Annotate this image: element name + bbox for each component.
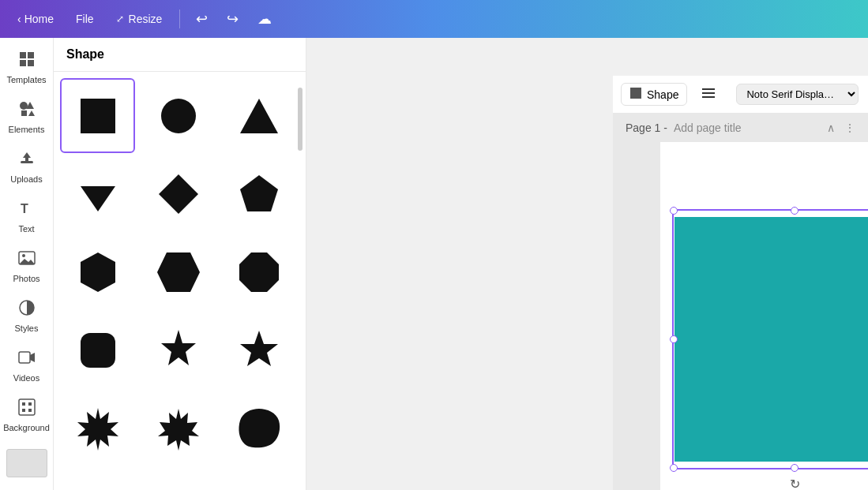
panel-title: Shape <box>66 47 104 61</box>
svg-rect-39 <box>702 92 715 94</box>
shape-star6[interactable] <box>141 312 216 387</box>
redo-icon: ↪ <box>227 11 239 27</box>
photos-label: Photos <box>13 274 39 283</box>
rotate-handle[interactable]: ↻ <box>787 476 802 490</box>
background-icon <box>18 398 36 420</box>
nav-divider <box>179 9 180 28</box>
svg-marker-31 <box>239 252 279 292</box>
templates-label: Templates <box>6 75 46 84</box>
shape-square[interactable] <box>60 78 135 153</box>
handle-bottom-left[interactable] <box>670 464 678 472</box>
svg-marker-7 <box>28 110 35 116</box>
text-icon: T <box>18 200 36 221</box>
handle-bottom-center[interactable] <box>791 464 798 472</box>
elements-icon <box>18 100 36 122</box>
toolbar: Shape Noto Serif Displa… − 1 <box>613 76 868 114</box>
svg-marker-35 <box>77 408 118 451</box>
chevron-left-icon: ‹ <box>17 13 21 25</box>
svg-rect-32 <box>81 333 115 368</box>
handle-top-left[interactable] <box>670 207 678 215</box>
sidebar-item-elements[interactable]: Elements <box>3 94 51 140</box>
svg-marker-28 <box>240 175 278 211</box>
redo-button[interactable]: ↪ <box>220 7 245 31</box>
templates-icon <box>18 50 36 72</box>
svg-rect-10 <box>25 157 28 162</box>
topbar: ‹ Home File ⤢ Resize ↩ ↪ ☁ <box>0 0 868 38</box>
canvas-page: ↻ <box>660 142 868 490</box>
svg-marker-30 <box>157 252 200 292</box>
shape-circle[interactable] <box>141 78 216 153</box>
canvas-area: Page 1 - Add page title ∧ ⋮ <box>613 114 868 490</box>
sidebar: Templates Elements Uploads <box>0 38 54 490</box>
svg-marker-33 <box>161 330 196 365</box>
svg-point-24 <box>161 99 196 133</box>
scrollbar[interactable] <box>298 72 302 490</box>
resize-icon: ⤢ <box>116 13 124 24</box>
home-button[interactable]: ‹ Home <box>9 9 62 28</box>
canvas-container: Shape Noto Serif Displa… − 1 <box>306 38 868 490</box>
uploads-icon <box>18 150 36 171</box>
handle-top-center[interactable] <box>791 207 798 215</box>
uploads-label: Uploads <box>10 174 42 184</box>
shape-type-icon <box>629 87 642 102</box>
svg-rect-0 <box>20 52 26 58</box>
shape-type-button[interactable]: Shape <box>621 83 687 106</box>
svg-text:T: T <box>21 202 28 215</box>
home-label: Home <box>24 13 54 25</box>
svg-rect-16 <box>19 352 30 363</box>
shape-hexagon2[interactable] <box>141 234 216 309</box>
svg-marker-17 <box>30 353 35 362</box>
svg-rect-20 <box>28 402 32 406</box>
videos-label: Videos <box>13 373 39 383</box>
shape-rounded-square[interactable] <box>60 312 135 387</box>
svg-rect-40 <box>702 96 715 98</box>
page-title-link[interactable]: Add page title <box>674 122 742 134</box>
undo-button[interactable]: ↩ <box>190 7 214 31</box>
background-label: Background <box>3 423 50 432</box>
shape-diamond[interactable] <box>141 156 216 231</box>
cloud-icon: ☁ <box>257 11 272 27</box>
lines-button[interactable] <box>697 83 720 107</box>
shape-octagon[interactable] <box>222 234 297 309</box>
page-collapse-button[interactable]: ∧ <box>827 122 835 134</box>
svg-rect-38 <box>702 88 715 90</box>
shape-star8[interactable] <box>141 391 216 466</box>
sidebar-item-videos[interactable]: Videos <box>3 342 51 389</box>
page-expand-button[interactable]: ⋮ <box>844 122 855 134</box>
svg-rect-21 <box>22 409 25 412</box>
sidebar-item-uploads[interactable]: Uploads <box>3 144 51 190</box>
shape-pentagon[interactable] <box>222 156 297 231</box>
sidebar-item-styles[interactable]: Styles <box>3 293 51 339</box>
sidebar-item-background[interactable]: Background <box>3 392 51 439</box>
svg-rect-1 <box>28 52 34 58</box>
sidebar-item-templates[interactable]: Templates <box>3 44 51 91</box>
svg-rect-19 <box>22 402 25 406</box>
svg-marker-27 <box>159 174 198 214</box>
shape-triangle[interactable] <box>222 78 297 153</box>
page-number: Page 1 - <box>626 122 667 134</box>
cloud-save-button[interactable]: ☁ <box>251 7 278 31</box>
resize-label: Resize <box>129 13 163 25</box>
svg-point-13 <box>22 254 25 257</box>
undo-icon: ↩ <box>196 11 208 27</box>
page-header: Page 1 - Add page title ∧ ⋮ <box>613 114 868 142</box>
shape-hexagon1[interactable] <box>60 234 135 309</box>
shape-element[interactable] <box>674 217 868 462</box>
shape-star7[interactable] <box>60 391 135 466</box>
file-label: File <box>76 13 94 25</box>
videos-icon <box>18 349 36 370</box>
shape-arrow-down[interactable] <box>60 156 135 231</box>
shape-blob9[interactable] <box>222 391 297 466</box>
sidebar-item-photos[interactable]: Photos <box>3 243 51 290</box>
panel-header: Shape <box>54 38 306 72</box>
resize-button[interactable]: ⤢ Resize <box>108 9 171 28</box>
font-select[interactable]: Noto Serif Displa… <box>736 84 859 105</box>
svg-marker-36 <box>158 409 199 451</box>
styles-label: Styles <box>15 324 39 333</box>
file-button[interactable]: File <box>68 9 102 28</box>
shape-star5[interactable] <box>222 312 297 387</box>
svg-rect-3 <box>28 60 34 66</box>
svg-rect-18 <box>19 399 35 415</box>
sidebar-item-text[interactable]: T Text <box>3 193 51 240</box>
svg-rect-23 <box>81 99 115 133</box>
